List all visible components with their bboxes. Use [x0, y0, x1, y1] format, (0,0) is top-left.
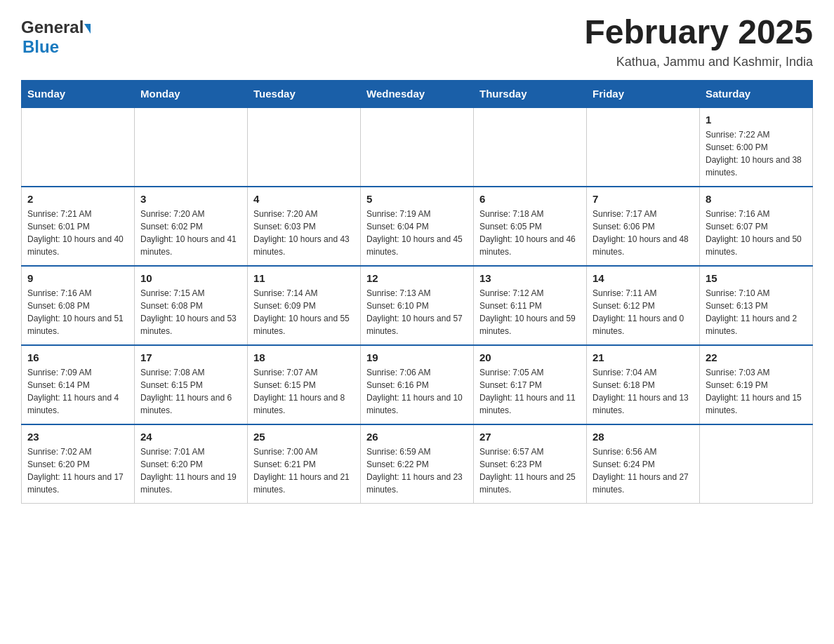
- calendar-cell: 10Sunrise: 7:15 AMSunset: 6:08 PMDayligh…: [135, 266, 248, 345]
- calendar-week-row: 16Sunrise: 7:09 AMSunset: 6:14 PMDayligh…: [22, 345, 813, 424]
- calendar-week-row: 1Sunrise: 7:22 AMSunset: 6:00 PMDaylight…: [22, 107, 813, 187]
- calendar-cell: [700, 424, 813, 504]
- day-info: Sunrise: 7:07 AMSunset: 6:15 PMDaylight:…: [253, 366, 355, 417]
- day-number: 12: [366, 272, 468, 284]
- day-number: 22: [706, 351, 807, 363]
- calendar-cell: [22, 107, 135, 187]
- weekday-header-monday: Monday: [135, 80, 248, 107]
- day-info: Sunrise: 7:09 AMSunset: 6:14 PMDaylight:…: [27, 366, 128, 417]
- month-year-title: February 2025: [584, 14, 813, 51]
- day-info: Sunrise: 7:00 AMSunset: 6:21 PMDaylight:…: [253, 445, 355, 496]
- day-info: Sunrise: 7:21 AMSunset: 6:01 PMDaylight:…: [27, 208, 128, 258]
- day-number: 14: [593, 272, 694, 284]
- calendar-cell: 4Sunrise: 7:20 AMSunset: 6:03 PMDaylight…: [248, 187, 361, 266]
- weekday-header-saturday: Saturday: [700, 80, 813, 107]
- logo-arrow-icon: [84, 24, 91, 34]
- calendar-cell: 7Sunrise: 7:17 AMSunset: 6:06 PMDaylight…: [587, 187, 700, 266]
- calendar-cell: 24Sunrise: 7:01 AMSunset: 6:20 PMDayligh…: [135, 424, 248, 504]
- day-number: 19: [366, 351, 468, 363]
- day-number: 15: [706, 272, 807, 284]
- day-number: 13: [479, 272, 581, 284]
- calendar-cell: 18Sunrise: 7:07 AMSunset: 6:15 PMDayligh…: [248, 345, 361, 424]
- day-number: 7: [593, 193, 694, 205]
- calendar-cell: [135, 107, 248, 187]
- day-info: Sunrise: 7:15 AMSunset: 6:08 PMDaylight:…: [140, 287, 241, 337]
- day-info: Sunrise: 7:20 AMSunset: 6:02 PMDaylight:…: [140, 208, 241, 258]
- calendar-header-row: SundayMondayTuesdayWednesdayThursdayFrid…: [22, 80, 813, 107]
- weekday-header-sunday: Sunday: [22, 80, 135, 107]
- title-section: February 2025 Kathua, Jammu and Kashmir,…: [584, 14, 813, 69]
- day-number: 3: [140, 193, 241, 205]
- day-info: Sunrise: 7:17 AMSunset: 6:06 PMDaylight:…: [593, 208, 694, 258]
- day-number: 11: [253, 272, 355, 284]
- day-number: 28: [593, 431, 694, 443]
- calendar-table: SundayMondayTuesdayWednesdayThursdayFrid…: [21, 80, 813, 504]
- day-info: Sunrise: 6:57 AMSunset: 6:23 PMDaylight:…: [479, 445, 581, 496]
- calendar-cell: [587, 107, 700, 187]
- calendar-cell: 14Sunrise: 7:11 AMSunset: 6:12 PMDayligh…: [587, 266, 700, 345]
- day-info: Sunrise: 7:19 AMSunset: 6:04 PMDaylight:…: [366, 208, 468, 258]
- page-header: General Blue February 2025 Kathua, Jammu…: [21, 14, 813, 69]
- calendar-week-row: 9Sunrise: 7:16 AMSunset: 6:08 PMDaylight…: [22, 266, 813, 345]
- calendar-week-row: 2Sunrise: 7:21 AMSunset: 6:01 PMDaylight…: [22, 187, 813, 266]
- calendar-cell: 3Sunrise: 7:20 AMSunset: 6:02 PMDaylight…: [135, 187, 248, 266]
- day-info: Sunrise: 7:05 AMSunset: 6:17 PMDaylight:…: [479, 366, 581, 417]
- day-info: Sunrise: 7:04 AMSunset: 6:18 PMDaylight:…: [593, 366, 694, 417]
- day-info: Sunrise: 7:01 AMSunset: 6:20 PMDaylight:…: [140, 445, 241, 496]
- calendar-cell: 12Sunrise: 7:13 AMSunset: 6:10 PMDayligh…: [361, 266, 474, 345]
- day-number: 4: [253, 193, 355, 205]
- day-number: 17: [140, 351, 241, 363]
- logo-general-text: General: [21, 18, 84, 37]
- day-number: 1: [706, 114, 807, 126]
- calendar-cell: [474, 107, 587, 187]
- calendar-cell: 5Sunrise: 7:19 AMSunset: 6:04 PMDaylight…: [361, 187, 474, 266]
- day-info: Sunrise: 7:12 AMSunset: 6:11 PMDaylight:…: [479, 287, 581, 337]
- day-info: Sunrise: 7:16 AMSunset: 6:07 PMDaylight:…: [706, 208, 807, 258]
- day-number: 9: [27, 272, 128, 284]
- calendar-cell: 28Sunrise: 6:56 AMSunset: 6:24 PMDayligh…: [587, 424, 700, 504]
- calendar-cell: 23Sunrise: 7:02 AMSunset: 6:20 PMDayligh…: [22, 424, 135, 504]
- day-info: Sunrise: 7:14 AMSunset: 6:09 PMDaylight:…: [253, 287, 355, 337]
- calendar-cell: 17Sunrise: 7:08 AMSunset: 6:15 PMDayligh…: [135, 345, 248, 424]
- calendar-cell: 11Sunrise: 7:14 AMSunset: 6:09 PMDayligh…: [248, 266, 361, 345]
- day-number: 27: [479, 431, 581, 443]
- calendar-cell: 6Sunrise: 7:18 AMSunset: 6:05 PMDaylight…: [474, 187, 587, 266]
- calendar-cell: 13Sunrise: 7:12 AMSunset: 6:11 PMDayligh…: [474, 266, 587, 345]
- logo: General Blue: [21, 14, 91, 57]
- day-info: Sunrise: 7:20 AMSunset: 6:03 PMDaylight:…: [253, 208, 355, 258]
- day-number: 25: [253, 431, 355, 443]
- calendar-cell: 8Sunrise: 7:16 AMSunset: 6:07 PMDaylight…: [700, 187, 813, 266]
- day-info: Sunrise: 7:10 AMSunset: 6:13 PMDaylight:…: [706, 287, 807, 337]
- calendar-cell: 9Sunrise: 7:16 AMSunset: 6:08 PMDaylight…: [22, 266, 135, 345]
- calendar-cell: [361, 107, 474, 187]
- day-info: Sunrise: 7:16 AMSunset: 6:08 PMDaylight:…: [27, 287, 128, 337]
- day-number: 21: [593, 351, 694, 363]
- day-number: 5: [366, 193, 468, 205]
- day-info: Sunrise: 7:18 AMSunset: 6:05 PMDaylight:…: [479, 208, 581, 258]
- day-info: Sunrise: 7:08 AMSunset: 6:15 PMDaylight:…: [140, 366, 241, 417]
- day-info: Sunrise: 7:02 AMSunset: 6:20 PMDaylight:…: [27, 445, 128, 496]
- day-number: 8: [706, 193, 807, 205]
- day-info: Sunrise: 7:03 AMSunset: 6:19 PMDaylight:…: [706, 366, 807, 417]
- day-number: 20: [479, 351, 581, 363]
- logo-blue-text: Blue: [22, 37, 59, 57]
- day-info: Sunrise: 7:06 AMSunset: 6:16 PMDaylight:…: [366, 366, 468, 417]
- calendar-cell: 19Sunrise: 7:06 AMSunset: 6:16 PMDayligh…: [361, 345, 474, 424]
- day-info: Sunrise: 7:22 AMSunset: 6:00 PMDaylight:…: [706, 128, 807, 179]
- calendar-cell: 15Sunrise: 7:10 AMSunset: 6:13 PMDayligh…: [700, 266, 813, 345]
- day-info: Sunrise: 7:11 AMSunset: 6:12 PMDaylight:…: [593, 287, 694, 337]
- day-number: 26: [366, 431, 468, 443]
- calendar-cell: 25Sunrise: 7:00 AMSunset: 6:21 PMDayligh…: [248, 424, 361, 504]
- day-number: 18: [253, 351, 355, 363]
- day-info: Sunrise: 7:13 AMSunset: 6:10 PMDaylight:…: [366, 287, 468, 337]
- day-info: Sunrise: 6:56 AMSunset: 6:24 PMDaylight:…: [593, 445, 694, 496]
- day-number: 23: [27, 431, 128, 443]
- calendar-cell: 1Sunrise: 7:22 AMSunset: 6:00 PMDaylight…: [700, 107, 813, 187]
- location-subtitle: Kathua, Jammu and Kashmir, India: [584, 55, 813, 69]
- calendar-week-row: 23Sunrise: 7:02 AMSunset: 6:20 PMDayligh…: [22, 424, 813, 504]
- weekday-header-friday: Friday: [587, 80, 700, 107]
- day-number: 2: [27, 193, 128, 205]
- calendar-cell: 22Sunrise: 7:03 AMSunset: 6:19 PMDayligh…: [700, 345, 813, 424]
- day-number: 6: [479, 193, 581, 205]
- day-number: 10: [140, 272, 241, 284]
